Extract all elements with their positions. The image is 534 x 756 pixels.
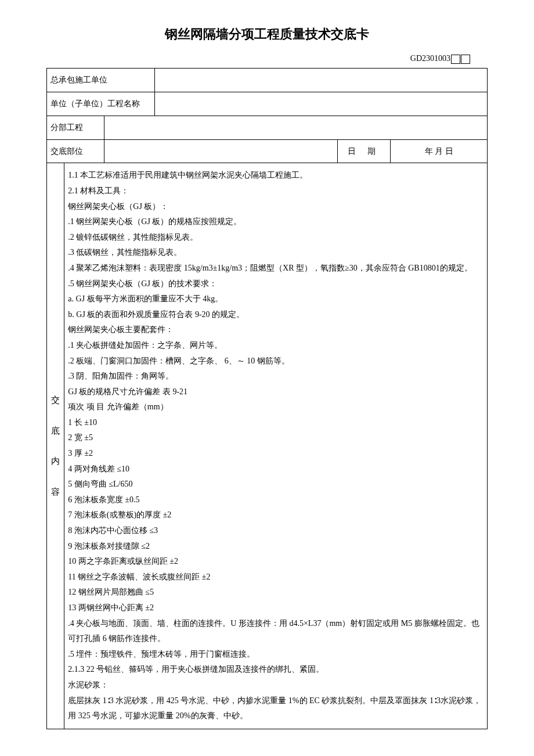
date-value: 年 月 日: [391, 139, 488, 163]
doc-number-row: GD2301003: [46, 52, 488, 66]
side-label-char: 内: [50, 446, 60, 477]
content-line: 1.1 本工艺标准适用于民用建筑中钢丝网架水泥夹心隔墙工程施工。: [68, 168, 484, 183]
content-line: .4 聚苯乙烯泡沫塑料：表现密度 15kg/m3±1kg/m3；阻燃型（XR 型…: [68, 261, 484, 276]
main-table: 总承包施工单位 单位（子单位）工程名称 分部工程 交底部位 日 期 年 月 日 …: [46, 68, 488, 729]
content-line: 6 泡沫板条宽度 ±0.5: [68, 492, 484, 508]
position-label: 交底部位: [47, 139, 104, 163]
content-line: 底层抹灰 1∶3 水泥砂浆，用 425 号水泥、中砂，内掺水泥重量 1%的 EC…: [68, 693, 484, 724]
content-line: 9 泡沫板条对接缝隙 ≤2: [68, 539, 484, 555]
content-line: 13 两钢丝网中心距离 ±2: [68, 600, 484, 616]
content-line: a. GJ 板每平方米面积的重量应不大于 4kg。: [68, 291, 484, 307]
row-unit: 单位（子单位）工程名称: [47, 92, 488, 116]
content-line: 10 两之字条距离或纵丝间距 ±2: [68, 554, 484, 570]
subproject-label: 分部工程: [47, 116, 104, 139]
content-line: .3 阴、阳角加固件：角网等。: [68, 369, 484, 384]
content-body: 1.1 本工艺标准适用于民用建筑中钢丝网架水泥夹心隔墙工程施工。2.1 材料及工…: [64, 163, 488, 729]
content-line: 7 泡沫板条(或整板)的厚度 ±2: [68, 507, 484, 523]
row-position-date: 交底部位 日 期 年 月 日: [47, 139, 488, 163]
subproject-value: [104, 116, 487, 139]
content-line: 8 泡沫内芯中心面位移 ≤3: [68, 523, 484, 539]
content-line: .4 夹心板与地面、顶面、墙、柱面的连接件。U 形连接件：用 d4.5×L37（…: [68, 616, 484, 647]
side-label-char: 交: [50, 385, 60, 416]
content-line: 5 侧向弯曲 ≤L/650: [68, 477, 484, 492]
content-line: 项次 项 目 允许偏差（mm）: [68, 399, 484, 415]
content-line: .5 钢丝网架夹心板（GJ 板）的技术要求：: [68, 276, 484, 292]
content-line: 11 钢丝之字条波幅、波长或腹丝间距 ±2: [68, 570, 484, 585]
content-line: 12 钢丝网片局部翘曲 ≤5: [68, 585, 484, 600]
content-line: 2.1 材料及工具：: [68, 183, 484, 199]
position-value: [104, 139, 337, 163]
content-line: 3 厚 ±2: [68, 446, 484, 462]
side-label-char: 容: [50, 477, 60, 507]
content-line: .1 夹心板拼缝处加固件：之字条、网片等。: [68, 338, 484, 354]
content-line: 钢丝网架夹心板（GJ 板）：: [68, 199, 484, 215]
content-line: .3 低碳钢丝，其性能指标见表。: [68, 245, 484, 261]
contractor-label: 总承包施工单位: [47, 69, 155, 92]
content-line: .5 埋件：预埋铁件、预埋木砖等，用于门窗框连接。: [68, 647, 484, 663]
docnum-box-1: [451, 55, 460, 64]
contractor-value: [154, 69, 487, 92]
row-subproject: 分部工程: [47, 116, 488, 139]
content-line: .1 钢丝网架夹心板（GJ 板）的规格应按照规定。: [68, 214, 484, 230]
side-label: 交底内容: [47, 163, 64, 729]
doc-number: GD2301003: [410, 54, 450, 63]
content-line: 4 两对角线差 ≤10: [68, 462, 484, 477]
content-line: 2.1.3 22 号铅丝、箍码等，用于夹心板拼缝加固及连接件的绑扎、紧固。: [68, 662, 484, 678]
content-line: 1 长 ±10: [68, 415, 484, 431]
page-title: 钢丝网隔墙分项工程质量技术交底卡: [46, 23, 488, 45]
content-line: b. GJ 板的表面和外观质量应符合表 9-20 的规定。: [68, 307, 484, 323]
content-line: 水泥砂浆：: [68, 678, 484, 693]
content-line: 钢丝网架夹心板主要配套件：: [68, 322, 484, 338]
row-contractor: 总承包施工单位: [47, 69, 488, 92]
docnum-box-2: [461, 55, 470, 64]
content-line: .2 板端、门窗洞口加固件：槽网、之字条、 6、～ 10 钢筋等。: [68, 354, 484, 369]
content-line: 2 宽 ±5: [68, 430, 484, 446]
content-line: .2 镀锌低碳钢丝，其性能指标见表。: [68, 230, 484, 246]
row-content: 交底内容 1.1 本工艺标准适用于民用建筑中钢丝网架水泥夹心隔墙工程施工。2.1…: [47, 163, 488, 729]
unit-value: [154, 92, 487, 116]
content-line: GJ 板的规格尺寸允许偏差 表 9-21: [68, 384, 484, 400]
side-label-char: 底: [50, 416, 60, 447]
date-label: 日 期: [337, 139, 390, 163]
unit-label: 单位（子单位）工程名称: [47, 92, 155, 116]
